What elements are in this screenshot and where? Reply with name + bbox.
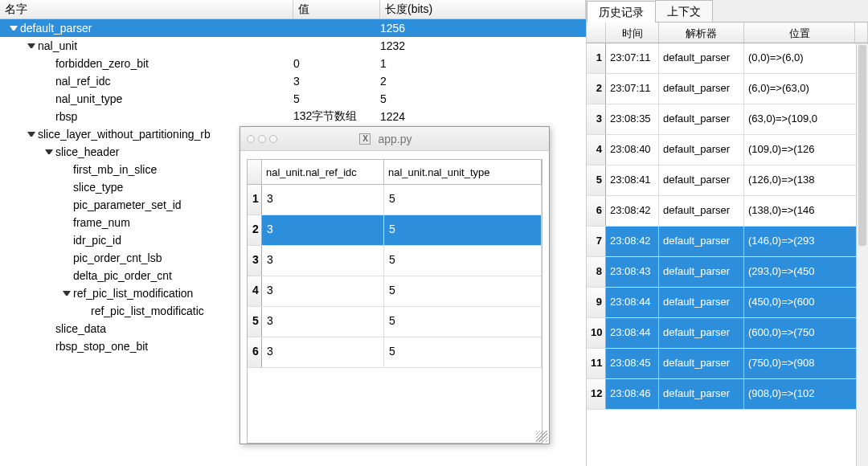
header-name[interactable]: 名字 [0,0,293,18]
history-row-time: 23:08:42 [606,196,659,226]
traffic-lights [247,135,277,143]
tab-context[interactable]: 上下文 [655,0,713,22]
popup-row-col2: 5 [384,185,542,215]
history-row-parser: default_parser [659,196,744,226]
scroll-thumb[interactable] [858,45,866,246]
header-idx [587,22,606,43]
popup-row[interactable]: 635 [248,337,542,368]
popup-row[interactable]: 435 [248,276,542,307]
popup-rows[interactable]: 135235335435535635 [248,185,542,368]
tabs: 历史记录 上下文 [587,0,868,22]
popup-header-col2[interactable]: nal_unit.nal_unit_type [384,160,542,184]
history-row[interactable]: 1023:08:44default_parser(600,0)=>(750 [587,318,868,349]
expand-arrow-icon[interactable] [63,289,71,297]
history-row-parser: default_parser [659,318,744,348]
popup-row-col2: 5 [384,337,542,367]
expand-arrow-icon[interactable] [45,148,53,156]
header-length[interactable]: 长度(bits) [380,0,586,18]
tree-row[interactable]: rbsp132字节数组1224 [0,108,586,125]
history-row[interactable]: 523:08:41default_parser(126,0)=>(138 [587,166,868,196]
popup-header-idx [248,160,262,184]
popup-row-idx: 5 [248,307,262,337]
history-row-position: (63,0)=>(109,0 [744,104,868,134]
history-row[interactable]: 1123:08:45default_parser(750,0)=>(908 [587,349,868,379]
tree-row[interactable]: forbidden_zero_bit01 [0,55,586,72]
history-row-position: (908,0)=>(102 [744,379,868,409]
tree-node-length: 1256 [380,22,586,35]
history-row[interactable]: 423:08:40default_parser(109,0)=>(126 [587,135,868,166]
history-row-idx: 3 [587,104,606,134]
tree-node-label: forbidden_zero_bit [55,57,149,70]
tree-row[interactable]: nal_unit_type55 [0,90,586,108]
header-time[interactable]: 时间 [606,22,659,43]
tree-node-length: 1 [380,57,586,70]
history-row-position: (138,0)=>(146 [744,196,868,226]
history-row[interactable]: 323:08:35default_parser(63,0)=>(109,0 [587,104,868,135]
history-row[interactable]: 723:08:42default_parser(146,0)=>(293 [587,227,868,257]
header-position[interactable]: 位置 [744,22,855,43]
expand-arrow-icon[interactable] [27,130,35,138]
tree-row[interactable]: nal_ref_idc32 [0,72,586,90]
tree-node-value: 132字节数组 [293,109,380,124]
tree-node-length: 1232 [380,39,586,52]
popup-empty-area [248,368,542,444]
history-row-idx: 1 [587,43,606,73]
history-row-position: (293,0)=>(450 [744,257,868,287]
resize-grip-icon[interactable] [536,431,547,442]
history-row-position: (109,0)=>(126 [744,135,868,165]
history-row-idx: 10 [587,318,606,348]
tab-history[interactable]: 历史记录 [587,1,656,22]
history-row[interactable]: 823:08:43default_parser(293,0)=>(450 [587,257,868,288]
scrollbar[interactable] [856,43,868,466]
popup-row[interactable]: 235 [248,215,542,246]
history-row-parser: default_parser [659,379,744,409]
popup-row[interactable]: 335 [248,246,542,276]
history-panel: 历史记录 上下文 时间 解析器 位置 123:07:11default_pars… [587,0,868,466]
history-row-parser: default_parser [659,227,744,256]
history-row[interactable]: 223:07:11default_parser(6,0)=>(63,0) [587,74,868,104]
history-row[interactable]: 623:08:42default_parser(138,0)=>(146 [587,196,868,227]
tree-node-label: first_mb_in_slice [73,163,157,176]
popup-body: nal_unit.nal_ref_idc nal_unit.nal_unit_t… [240,151,549,444]
tree-node-label: pic_parameter_set_id [73,198,182,211]
popup-title-text: app.py [378,133,411,145]
tree-row[interactable]: nal_unit1232 [0,37,586,55]
history-row-parser: default_parser [659,43,744,73]
history-row-position: (750,0)=>(908 [744,349,868,378]
tree-node-label: nal_ref_idc [55,75,111,88]
popup-row[interactable]: 535 [248,307,542,337]
popup-row-col1: 3 [262,307,384,337]
tree-node-label: default_parser [20,22,92,35]
expand-arrow-icon[interactable] [10,24,18,32]
popup-window[interactable]: X app.py nal_unit.nal_ref_idc nal_unit.n… [240,126,550,444]
traffic-light-max-icon[interactable] [269,135,277,143]
tree-node-value: 0 [293,57,380,70]
header-parser[interactable]: 解析器 [659,22,744,43]
expand-arrow-icon[interactable] [27,42,35,50]
tree-node-label: nal_unit [38,39,77,52]
history-row-position: (6,0)=>(63,0) [744,74,868,104]
history-row-time: 23:08:42 [606,227,659,256]
tree-node-label: idr_pic_id [73,234,121,247]
history-row[interactable]: 123:07:11default_parser(0,0)=>(6,0) [587,43,868,74]
history-row-idx: 9 [587,288,606,317]
popup-row[interactable]: 135 [248,185,542,215]
history-row-parser: default_parser [659,74,744,104]
popup-titlebar[interactable]: X app.py [240,127,549,151]
history-body[interactable]: 123:07:11default_parser(0,0)=>(6,0)223:0… [587,43,868,466]
history-row-time: 23:08:44 [606,318,659,348]
header-value[interactable]: 值 [293,0,380,18]
tree-node-length: 2 [380,75,586,88]
popup-row-col1: 3 [262,337,384,367]
popup-header-col1[interactable]: nal_unit.nal_ref_idc [262,160,384,184]
history-row[interactable]: 923:08:44default_parser(450,0)=>(600 [587,288,868,318]
traffic-light-close-icon[interactable] [247,135,255,143]
popup-row-col1: 3 [262,246,384,276]
history-row[interactable]: 1223:08:46default_parser(908,0)=>(102 [587,379,868,410]
traffic-light-min-icon[interactable] [258,135,266,143]
tree-row[interactable]: default_parser1256 [0,19,586,37]
tree-node-value: 3 [293,75,380,88]
history-row-parser: default_parser [659,104,744,134]
popup-row-col1: 3 [262,185,384,215]
popup-row-col2: 5 [384,307,542,337]
